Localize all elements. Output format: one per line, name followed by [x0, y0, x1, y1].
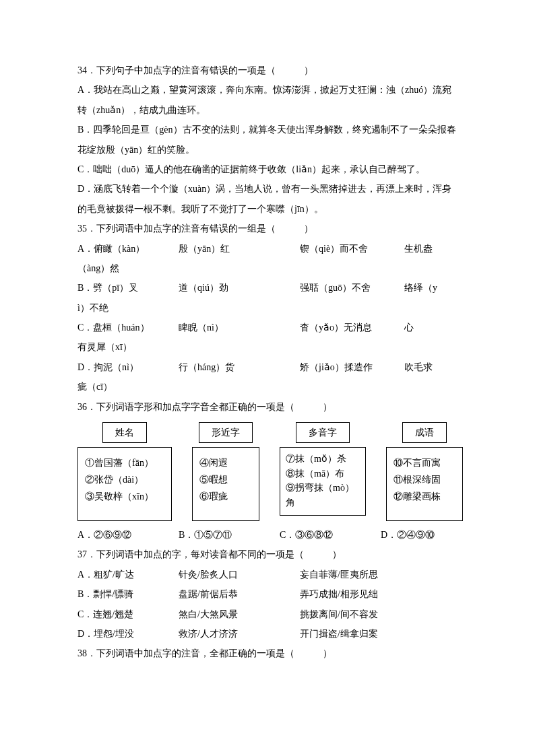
box-header-idiom: 成语: [402, 422, 447, 443]
box-header-xingjin: 形近字: [199, 422, 253, 443]
box-body-names: ①曾国藩（fān） ②张岱（dài） ③吴敬梓（xīn）: [77, 447, 172, 521]
q35-d: D．拘泥（nì） 行（háng）货 矫（jiǎo）揉造作 吹毛求: [77, 357, 458, 377]
cell: 弄巧成拙/相形见绌: [300, 584, 378, 604]
q37-b: B．剽悍/骠骑 盘踞/前倨后恭 弄巧成拙/相形见绌: [77, 584, 458, 604]
box-xingjin: 形近字 ④闲遐 ⑤暇想 ⑥瑕疵: [192, 422, 259, 521]
q35-a-3: 锲（qiè）而不舍: [300, 239, 404, 259]
exam-page: 34．下列句子中加点字的注音有错误的一项是（ ） A．我站在高山之巅，望黄河滚滚…: [0, 0, 535, 704]
q35-d-cont: 疵（cī）: [77, 377, 458, 397]
q36-boxes: 姓名 ①曾国藩（fān） ②张岱（dài） ③吴敬梓（xīn） 形近字 ④闲遐 …: [77, 422, 458, 521]
q35-d-1: D．拘泥（nì）: [77, 357, 179, 377]
q34-d: D．涵底飞转着一个个漩（xuàn）涡，当地人说，曾有一头黑猪掉进去，再漂上来时，…: [77, 179, 458, 219]
q37-a: A．粗犷/旷达 针灸/脍炙人口 妄自菲薄/匪夷所思: [77, 565, 458, 584]
q34-stem: 34．下列句子中加点字的注音有错误的一项是（ ）: [77, 61, 458, 80]
q35-a-2: 殷（yān）红: [179, 239, 300, 259]
cell: 角: [286, 495, 360, 510]
q37-stem: 37．下列词语中加点的字，每对读音都不同的一项是（ ）: [77, 545, 458, 564]
cell: ③吴敬梓（xīn）: [85, 488, 164, 505]
q35-a-1: A．俯瞰（kàn）: [77, 239, 179, 259]
cell: ②张岱（dài）: [85, 471, 164, 488]
q35-a: A．俯瞰（kàn） 殷（yān）红 锲（qiè）而不舍 生机盎: [77, 239, 458, 259]
q35-c-3: 杳（yǎo）无消息: [300, 318, 404, 337]
box-body-xingjin: ④闲遐 ⑤暇想 ⑥瑕疵: [192, 447, 259, 521]
q36-stem: 36．下列词语字形和加点字字音全都正确的一项是（ ）: [77, 397, 458, 417]
cell: ⑥瑕疵: [199, 488, 252, 505]
q35-c-2: 睥睨（nì）: [179, 318, 300, 337]
q35-b-2: 道（qiú）劲: [179, 278, 300, 298]
q34-a: A．我站在高山之巅，望黄河滚滚，奔向东南。惊涛澎湃，掀起万丈狂澜：浊（zhuó）…: [77, 80, 458, 120]
q35-c-4: 心: [404, 318, 414, 337]
q35-b-4: 络绎（y: [404, 278, 437, 298]
cell: ⑫雕梁画栋: [394, 488, 455, 505]
q35-b-cont: ì）不绝: [77, 298, 458, 318]
q35-d-4: 吹毛求: [404, 357, 433, 377]
box-duoyin: 多音字 ⑦抹（mǒ）杀 ⑧抹（mā）布 ⑨拐弯抹（mò） 角: [280, 422, 366, 521]
box-names: 姓名 ①曾国藩（fān） ②张岱（dài） ③吴敬梓（xīn）: [77, 422, 172, 521]
q35-a-4: 生机盎: [404, 239, 433, 259]
box-body-idiom: ⑩不言而寓 ⑪根深缔固 ⑫雕梁画栋: [386, 447, 463, 521]
q36-opt-c: C．③⑥⑧⑫: [280, 525, 381, 545]
q36-options: A．②⑥⑨⑫ B．①⑤⑦⑪ C．③⑥⑧⑫ D．②④⑨⑩: [77, 525, 458, 545]
box-body-duoyin: ⑦抹（mǒ）杀 ⑧抹（mā）布 ⑨拐弯抹（mò） 角: [280, 447, 366, 516]
q35-b-1: B．劈（pī）叉: [77, 278, 179, 298]
q35-c-1: C．盘桓（huán）: [77, 318, 179, 337]
q35-d-3: 矫（jiǎo）揉造作: [300, 357, 404, 377]
q38-stem: 38．下列词语中加点字的注音，全都正确的一项是（ ）: [77, 644, 458, 663]
cell: ①曾国藩（fān）: [85, 454, 164, 471]
q35-b: B．劈（pī）叉 道（qiú）劲 强聒（guō）不舍 络绎（y: [77, 278, 458, 298]
box-header-duoyin: 多音字: [296, 422, 350, 443]
q35-a-cont: （àng）然: [77, 259, 458, 278]
box-header-names: 姓名: [102, 422, 147, 443]
q35-c-cont: 有灵犀（xī）: [77, 337, 458, 357]
cell: D．埋怨/埋没: [77, 624, 179, 644]
q34-c: C．咄咄（duō）逼人的他在确凿的证据前终于收敛（liǎn）起来，承认自己醉驾了…: [77, 160, 458, 179]
box-idiom: 成语 ⑩不言而寓 ⑪根深缔固 ⑫雕梁画栋: [386, 422, 463, 521]
q34-b: B．四季轮回是亘（gèn）古不变的法则，就算冬天使出浑身解数，终究遏制不了一朵朵…: [77, 120, 458, 160]
q36-opt-d: D．②④⑨⑩: [381, 525, 435, 545]
cell: 针灸/脍炙人口: [179, 565, 300, 584]
cell: 妄自菲薄/匪夷所思: [300, 565, 378, 584]
cell: C．连翘/翘楚: [77, 605, 179, 624]
cell: A．粗犷/旷达: [77, 565, 179, 584]
cell: ⑦抹（mǒ）杀: [286, 452, 360, 467]
cell: ⑪根深缔固: [394, 471, 455, 488]
cell: ⑩不言而寓: [394, 454, 455, 471]
q36-opt-b: B．①⑤⑦⑪: [179, 525, 280, 545]
q35-b-3: 强聒（guō）不舍: [300, 278, 404, 298]
cell: 挑拨离间/间不容发: [300, 605, 378, 624]
cell: ⑧抹（mā）布: [286, 467, 360, 481]
cell: B．剽悍/骠骑: [77, 584, 179, 604]
q35-d-2: 行（háng）货: [179, 357, 300, 377]
q36-opt-a: A．②⑥⑨⑫: [77, 525, 179, 545]
q35-stem: 35．下列词语中加点字的注音有错误的一组是（ ）: [77, 219, 458, 238]
cell: 盘踞/前倨后恭: [179, 584, 300, 604]
q35-c: C．盘桓（huán） 睥睨（nì） 杳（yǎo）无消息 心: [77, 318, 458, 337]
q37-d: D．埋怨/埋没 救济/人才济济 开门揖盗/缉拿归案: [77, 624, 458, 644]
cell: 救济/人才济济: [179, 624, 300, 644]
cell: 开门揖盗/缉拿归案: [300, 624, 378, 644]
cell: ④闲遐: [199, 454, 252, 471]
q37-c: C．连翘/翘楚 煞白/大煞风景 挑拨离间/间不容发: [77, 605, 458, 624]
cell: 煞白/大煞风景: [179, 605, 300, 624]
cell: ⑨拐弯抹（mò）: [286, 481, 360, 495]
cell: ⑤暇想: [199, 471, 252, 488]
